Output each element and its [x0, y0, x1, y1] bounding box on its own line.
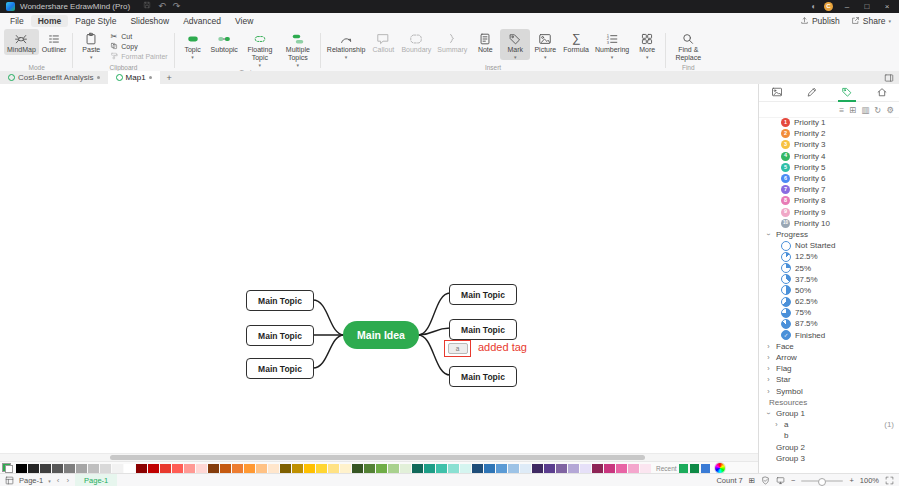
tag-item-a[interactable]: › a (1) — [759, 419, 899, 430]
main-topic-node[interactable]: Main Topic — [449, 319, 517, 340]
mindmap-canvas[interactable]: Main Idea Main Topic Main Topic Main Top… — [0, 84, 758, 453]
list-view-icon[interactable]: ≡ — [839, 105, 844, 115]
color-swatch[interactable] — [136, 464, 147, 473]
theme-icon[interactable]: ◐ — [811, 0, 816, 13]
picture-button[interactable]: Picture ▾ — [530, 29, 560, 60]
relationship-button[interactable]: Relationship ▾ — [324, 29, 369, 60]
color-swatch[interactable] — [196, 464, 207, 473]
color-swatch[interactable] — [100, 464, 111, 473]
color-swatch[interactable] — [484, 464, 495, 473]
color-swatch[interactable] — [160, 464, 171, 473]
symbol-section-header[interactable]: › Symbol — [759, 386, 899, 397]
progress-62-item[interactable]: 62.5% — [759, 296, 899, 307]
face-section-header[interactable]: › Face — [759, 341, 899, 352]
menu-advanced[interactable]: Advanced — [176, 15, 228, 27]
priority-10-item[interactable]: 10 Priority 10 — [759, 218, 899, 229]
progress-50-item[interactable]: 50% — [759, 285, 899, 296]
progress-12-item[interactable]: 12.5% — [759, 251, 899, 262]
priority-5-item[interactable]: 5 Priority 5 — [759, 162, 899, 173]
progress-not-started-item[interactable]: Not Started — [759, 240, 899, 251]
progress-25-item[interactable]: 25% — [759, 262, 899, 273]
color-swatch[interactable] — [640, 464, 651, 473]
color-swatch[interactable] — [472, 464, 483, 473]
paste-button[interactable]: Paste ▾ — [76, 29, 106, 60]
menu-page-style[interactable]: Page Style — [68, 15, 123, 27]
priority-2-item[interactable]: 2 Priority 2 — [759, 128, 899, 139]
doc-tab-map1[interactable]: Map1 — [108, 71, 160, 84]
group-2-header[interactable]: Group 2 — [759, 441, 899, 452]
color-swatch[interactable] — [184, 464, 195, 473]
priority-1-item[interactable]: 1 Priority 1 — [759, 117, 899, 128]
main-topic-node[interactable]: Main Topic — [449, 284, 517, 305]
formula-button[interactable]: ∑ Formula — [560, 29, 592, 55]
zoom-out-button[interactable]: − — [791, 476, 795, 485]
color-swatch[interactable] — [112, 464, 123, 473]
color-swatch[interactable] — [52, 464, 63, 473]
tab-close-icon[interactable] — [97, 76, 100, 79]
color-swatch[interactable] — [412, 464, 423, 473]
tab-close-icon[interactable] — [149, 76, 152, 79]
main-topic-node[interactable]: Main Topic — [449, 366, 517, 387]
undo-icon[interactable]: ↶ — [158, 0, 166, 13]
color-swatch[interactable] — [679, 464, 688, 473]
cut-button[interactable]: ✂ Cut — [106, 31, 170, 41]
color-swatch[interactable] — [460, 464, 471, 473]
presentation-icon[interactable] — [776, 476, 785, 485]
fit-screen-icon[interactable] — [885, 476, 894, 485]
color-swatch[interactable] — [124, 464, 135, 473]
new-tab-button[interactable]: + — [160, 71, 179, 84]
panel-tab-clipart[interactable] — [873, 83, 891, 102]
multiple-topics-button[interactable]: Multiple Topics ▾ — [279, 29, 317, 68]
color-swatch[interactable] — [508, 464, 519, 473]
share-button[interactable]: Share ▾ — [851, 16, 891, 26]
tag-item-b[interactable]: b — [759, 430, 899, 441]
color-swatch[interactable] — [328, 464, 339, 473]
color-swatch[interactable] — [592, 464, 603, 473]
color-swatch[interactable] — [244, 464, 255, 473]
mindmap-button[interactable]: MindMap — [4, 29, 39, 55]
redo-icon[interactable]: ↷ — [173, 0, 181, 13]
resources-header[interactable]: Resources — [759, 397, 899, 408]
priority-6-item[interactable]: 6 Priority 6 — [759, 173, 899, 184]
color-swatch[interactable] — [352, 464, 363, 473]
panel-tab-picture[interactable] — [768, 83, 786, 102]
color-swatch[interactable] — [316, 464, 327, 473]
color-swatch[interactable] — [628, 464, 639, 473]
priority-9-item[interactable]: 9 Priority 9 — [759, 207, 899, 218]
color-swatch[interactable] — [376, 464, 387, 473]
color-swatch[interactable] — [701, 464, 710, 473]
main-topic-node[interactable]: Main Topic — [246, 358, 314, 379]
grid-icon[interactable]: ⊞ — [749, 476, 755, 485]
zoom-in-button[interactable]: + — [849, 476, 853, 485]
zoom-slider[interactable] — [801, 480, 843, 482]
priority-7-item[interactable]: 7 Priority 7 — [759, 184, 899, 195]
color-swatch[interactable] — [256, 464, 267, 473]
selected-tag-highlight[interactable]: a — [444, 340, 471, 357]
color-swatch[interactable] — [556, 464, 567, 473]
main-topic-node[interactable]: Main Topic — [246, 290, 314, 311]
color-swatch[interactable] — [268, 464, 279, 473]
color-swatch[interactable] — [148, 464, 159, 473]
minimize-button[interactable]: – — [841, 0, 853, 13]
publish-button[interactable]: Publish — [800, 16, 840, 26]
color-swatch[interactable] — [280, 464, 291, 473]
boundary-button[interactable]: Boundary — [398, 29, 434, 55]
flag-section-header[interactable]: › Flag — [759, 363, 899, 374]
color-swatch[interactable] — [424, 464, 435, 473]
find-replace-button[interactable]: Find & Replace — [669, 29, 707, 63]
color-swatch[interactable] — [16, 464, 27, 473]
progress-finished-item[interactable]: Finished — [759, 330, 899, 341]
priority-3-item[interactable]: 3 Priority 3 — [759, 139, 899, 150]
zoom-slider-thumb[interactable] — [818, 478, 826, 486]
group-1-header[interactable]: › Group 1 — [759, 408, 899, 419]
menu-file[interactable]: File — [3, 15, 31, 27]
color-swatch[interactable] — [580, 464, 591, 473]
color-swatch[interactable] — [496, 464, 507, 473]
color-swatch[interactable] — [436, 464, 447, 473]
callout-button[interactable]: Callout — [368, 29, 398, 55]
color-swatch[interactable] — [28, 464, 39, 473]
color-swatch[interactable] — [40, 464, 51, 473]
color-swatch[interactable] — [220, 464, 231, 473]
color-swatch[interactable] — [568, 464, 579, 473]
group-3-header[interactable]: Group 3 — [759, 453, 899, 464]
